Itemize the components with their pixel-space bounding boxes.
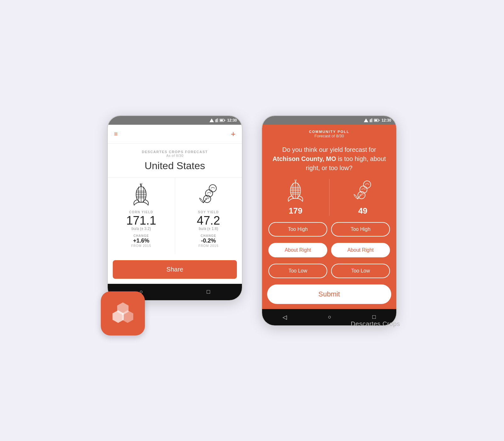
corn-change-label: CHANGE — [134, 234, 149, 238]
soy-change-label: CHANGE — [201, 234, 216, 238]
poll-soy-icon — [350, 179, 375, 204]
poll-crop-icons-row: 179 49 — [262, 178, 396, 218]
share-button[interactable]: Share — [113, 260, 237, 279]
soy-value: 47.2 — [197, 215, 220, 226]
soy-icon — [196, 183, 221, 208]
corn-value: 171.1 — [126, 215, 156, 226]
soy-change-from: FROM 2015 — [198, 244, 218, 248]
svg-line-41 — [295, 179, 296, 183]
svg-rect-3 — [217, 118, 218, 122]
phone2-status-icons — [364, 118, 380, 122]
app-icon-graphic — [107, 298, 139, 329]
crop-row: CORN YIELD 171.1 bu/a (± 3.2) CHANGE +1.… — [108, 177, 242, 254]
svg-rect-26 — [371, 118, 372, 122]
forecast-date: As of 8/30 — [108, 154, 242, 158]
svg-line-18 — [141, 183, 142, 186]
soy-unit: bu/a (± 1.8) — [199, 226, 218, 231]
phone1-body: ≡ + DESCARTES CROPS FORECAST As of 8/30 … — [108, 125, 242, 284]
phone1-time: 12:30 — [227, 118, 237, 123]
svg-rect-24 — [370, 119, 370, 122]
svg-rect-1 — [215, 119, 216, 122]
phone1-status-bar: 12:30 — [108, 116, 242, 125]
phone2-time: 12:30 — [381, 118, 391, 123]
svg-rect-27 — [372, 118, 373, 122]
phone1-square-btn[interactable]: □ — [207, 289, 210, 295]
soy-too-high-button[interactable]: Too High — [331, 222, 390, 237]
poll-buttons-too-low: Too Low Too Low — [262, 260, 396, 281]
svg-rect-7 — [225, 120, 225, 121]
phone2-status-bar: 12:30 — [262, 116, 396, 125]
poll-buttons-about-right: About Right About Right — [262, 239, 396, 260]
svg-rect-2 — [216, 119, 217, 122]
svg-point-20 — [209, 185, 216, 192]
poll-title: COMMUNITY POLL — [268, 130, 390, 134]
location-title: United States — [108, 160, 242, 172]
poll-subtitle: Forecast of 8/30 — [268, 134, 390, 138]
corn-type-label: CORN YIELD — [129, 210, 153, 214]
poll-buttons-too-high: Too High Too High — [262, 218, 396, 239]
soy-type-label: SOY YIELD — [198, 210, 219, 214]
svg-rect-29 — [375, 119, 377, 121]
svg-rect-4 — [218, 118, 219, 122]
add-icon[interactable]: + — [231, 129, 236, 139]
forecast-label: DESCARTES CROPS FORECAST — [108, 150, 242, 154]
svg-rect-6 — [220, 119, 223, 121]
poll-corn-num: 179 — [289, 206, 302, 216]
submit-button[interactable]: Submit — [267, 284, 391, 304]
svg-marker-0 — [209, 118, 214, 122]
corn-too-high-button[interactable]: Too High — [268, 222, 327, 237]
svg-rect-25 — [371, 119, 371, 122]
corn-col: CORN YIELD 171.1 bu/a (± 3.2) CHANGE +1.… — [108, 178, 175, 254]
poll-header: COMMUNITY POLL Forecast of 8/30 — [262, 125, 396, 141]
phone1-status-icons — [209, 118, 225, 122]
svg-rect-30 — [379, 120, 380, 121]
svg-point-42 — [364, 181, 371, 188]
phone2-square-btn[interactable]: □ — [372, 314, 376, 320]
poll-question-prefix: Do you think our yield forecast for — [282, 146, 376, 153]
poll-location: Atchison County, MO — [272, 155, 336, 162]
corn-about-right-button[interactable]: About Right — [268, 243, 327, 257]
soy-col: SOY YIELD 47.2 bu/a (± 1.8) CHANGE -0.2%… — [175, 178, 242, 254]
phone2-body: COMMUNITY POLL Forecast of 8/30 Do you t… — [262, 125, 396, 309]
corn-icon — [129, 183, 154, 208]
menu-icon[interactable]: ≡ — [114, 130, 118, 138]
poll-soy-col: 49 — [329, 179, 397, 216]
corn-too-low-button[interactable]: Too Low — [268, 264, 327, 278]
phone2-home-btn[interactable]: ○ — [328, 314, 331, 320]
app-icon — [101, 291, 145, 335]
poll-corn-icon — [283, 179, 308, 204]
watermark: Descartes Crops — [351, 320, 400, 328]
soy-about-right-button[interactable]: About Right — [331, 243, 390, 257]
phone2: 12:30 COMMUNITY POLL Forecast of 8/30 Do… — [261, 115, 397, 326]
soy-too-low-button[interactable]: Too Low — [331, 264, 390, 278]
corn-change-from: FROM 2015 — [131, 244, 151, 248]
corn-change-value: +1.6% — [133, 238, 149, 244]
poll-corn-col: 179 — [262, 179, 329, 216]
poll-soy-num: 49 — [358, 206, 367, 216]
corn-unit: bu/a (± 3.2) — [132, 226, 151, 231]
svg-marker-23 — [364, 118, 368, 122]
phone2-back-btn[interactable]: ◁ — [283, 314, 287, 321]
soy-change-value: -0.2% — [201, 238, 216, 244]
phone1-app-header: ≡ + — [108, 125, 242, 144]
phone1: 12:30 ≡ + DESCARTES CROPS FORECAST As of… — [107, 115, 243, 301]
poll-question: Do you think our yield forecast for Atch… — [262, 141, 396, 178]
